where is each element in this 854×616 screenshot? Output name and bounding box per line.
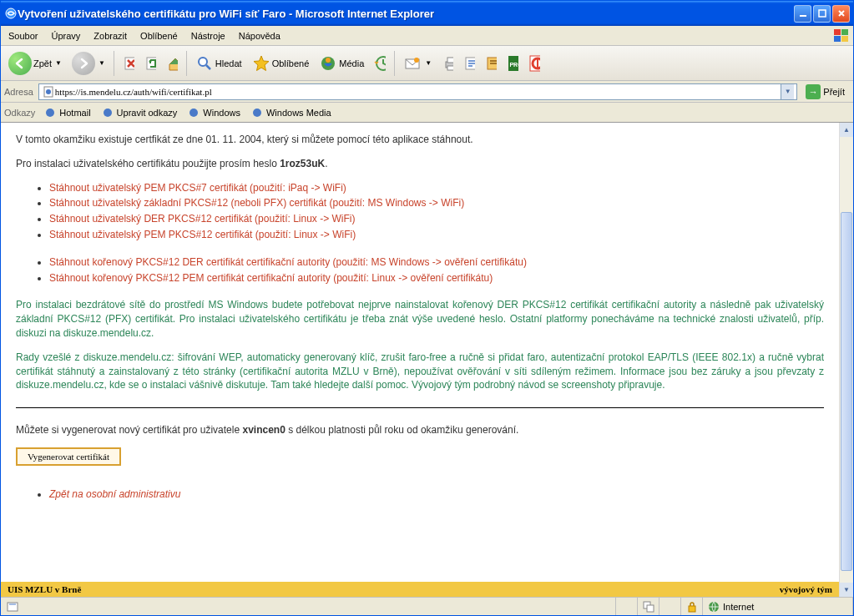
download-der-pkcs12[interactable]: Stáhnout uživatelský DER PKCS#12 certifi… <box>49 213 355 225</box>
menu-file[interactable]: Soubor <box>2 28 44 43</box>
scroll-up-button[interactable]: ▲ <box>840 123 853 137</box>
menu-view[interactable]: Zobrazit <box>87 28 134 43</box>
svg-rect-1 <box>800 15 806 17</box>
address-bar: Adresa ▼ → Přejít <box>1 81 853 103</box>
cert-password: 1roz53uK <box>280 158 325 169</box>
done-icon <box>6 600 19 613</box>
generate-username: xvincen0 <box>242 424 285 436</box>
stop-button[interactable] <box>119 53 139 73</box>
address-dropdown-button[interactable]: ▼ <box>781 84 794 99</box>
page-footer: UIS MZLU v Brně vývojový tým <box>1 582 839 597</box>
maximize-button[interactable] <box>813 5 831 23</box>
menu-edit[interactable]: Úpravy <box>44 28 87 43</box>
download-root-der[interactable]: Stáhnout kořenový PKCS#12 DER certifikát… <box>49 256 527 268</box>
popup-icon <box>643 601 654 613</box>
toolbar: Zpět ▼ ▼ Hledat Oblíbené Média ▼ PRO <box>1 46 853 81</box>
svg-rect-2 <box>819 10 826 17</box>
minimize-button[interactable] <box>794 5 811 23</box>
svg-point-26 <box>46 89 51 94</box>
search-icon <box>195 54 214 73</box>
svg-rect-16 <box>447 58 453 63</box>
ie-icon <box>4 7 18 20</box>
link-edit-links[interactable]: Upravit odkazy <box>99 104 179 121</box>
edit-button[interactable] <box>459 53 479 73</box>
cert-exists-text: V tomto okamžiku existuje certfikát ze d… <box>16 134 473 145</box>
menubar: Soubor Úpravy Zobrazit Oblíbené Nástroje… <box>1 26 853 46</box>
page-icon <box>42 85 55 98</box>
status-pane-3 <box>659 598 681 615</box>
media-button[interactable]: Média <box>315 52 368 75</box>
go-button[interactable]: → Přejít <box>801 83 850 101</box>
status-main <box>1 598 616 615</box>
lock-icon <box>687 601 697 613</box>
status-pane-lock <box>681 598 703 615</box>
vertical-scrollbar[interactable]: ▲ ▼ <box>839 123 853 597</box>
links-label: Odkazy <box>4 108 35 118</box>
svg-point-14 <box>414 58 419 63</box>
menu-tools[interactable]: Nástroje <box>184 28 232 43</box>
download-pkcs12-pfx[interactable]: Stáhnout uživatelský základní PKCS#12 (n… <box>49 197 464 209</box>
chevron-down-icon: ▼ <box>425 59 432 67</box>
back-button[interactable]: Zpět ▼ <box>4 49 66 78</box>
download-pem-pkcs7[interactable]: Stáhnout uživatelský PEM PKCS#7 certifik… <box>49 182 346 194</box>
star-icon <box>252 54 270 73</box>
link-windows[interactable]: Windows <box>185 104 242 121</box>
menu-favorites[interactable]: Oblíbené <box>134 28 184 43</box>
svg-rect-4 <box>841 29 848 35</box>
svg-rect-6 <box>841 36 848 42</box>
back-to-admin-link[interactable]: Zpět na osobní administrativu <box>49 488 180 500</box>
mail-button[interactable]: ▼ <box>399 52 436 75</box>
discuss-button[interactable] <box>481 53 501 73</box>
link-hotmail[interactable]: Hotmail <box>42 104 92 121</box>
install-notes-1: Pro instalaci bezdrátové sítě do prostře… <box>16 298 824 340</box>
scroll-thumb[interactable] <box>841 212 852 571</box>
generate-cert-button[interactable]: Vygenerovat certifikát <box>16 447 121 466</box>
generate-text-pre: Můžete si vygenerovat nový certifikát pr… <box>16 424 242 436</box>
download-links-root: Stáhnout kořenový PKCS#12 DER certifikát… <box>49 255 824 285</box>
search-button[interactable]: Hledat <box>191 52 246 75</box>
address-input[interactable] <box>55 87 781 97</box>
scroll-down-button[interactable]: ▼ <box>840 583 853 597</box>
close-button[interactable] <box>832 5 850 23</box>
home-button[interactable] <box>162 53 182 73</box>
install-instruction-text: Pro instalaci uživatelského certifikátu … <box>16 158 280 169</box>
svg-point-29 <box>189 109 198 117</box>
footer-right: vývojový tým <box>780 584 832 594</box>
status-pane-2 <box>638 598 659 615</box>
svg-text:PRO: PRO <box>510 62 519 68</box>
favorites-button[interactable]: Oblíbené <box>248 52 314 75</box>
ext-button-1[interactable]: PRO <box>503 53 523 73</box>
chevron-down-icon: ▼ <box>55 59 62 67</box>
svg-point-11 <box>326 58 331 63</box>
chevron-down-icon: ▼ <box>99 59 105 67</box>
svg-point-30 <box>253 109 261 117</box>
refresh-button[interactable] <box>140 53 160 73</box>
generate-text-post: s délkou platnosti půl roku od okamžiku … <box>286 424 519 436</box>
go-arrow-icon: → <box>806 84 821 99</box>
download-root-pem[interactable]: Stáhnout kořenový PKCS#12 PEM certifikát… <box>49 272 493 284</box>
link-windows-media[interactable]: Windows Media <box>249 104 333 121</box>
page-content: V tomto okamžiku existuje certfikát ze d… <box>1 123 839 525</box>
svg-rect-17 <box>447 66 453 70</box>
download-links-user: Stáhnout uživatelský PEM PKCS#7 certifik… <box>49 181 824 242</box>
internet-zone-icon <box>708 601 720 613</box>
download-pem-pkcs12[interactable]: Stáhnout uživatelský PEM PKCS#12 certifi… <box>49 229 356 240</box>
svg-rect-3 <box>834 29 841 35</box>
menu-help[interactable]: Nápověda <box>232 28 287 43</box>
svg-rect-5 <box>834 36 841 42</box>
history-button[interactable] <box>370 53 390 73</box>
links-bar: Odkazy Hotmail Upravit odkazy Windows Wi… <box>1 103 853 123</box>
install-notes-2: Rady vzešlé z diskuze.mendelu.cz: šifrov… <box>16 351 824 392</box>
windows-flag-icon <box>833 28 850 43</box>
status-zone: Internet <box>703 598 853 615</box>
ext-button-2[interactable] <box>524 53 544 73</box>
separator <box>16 407 824 408</box>
media-icon <box>319 54 337 73</box>
svg-rect-24 <box>537 58 538 68</box>
print-button[interactable] <box>437 53 457 73</box>
window-title: Vytvoření uživatelského certifikátu pro … <box>18 8 794 20</box>
svg-point-27 <box>46 109 54 117</box>
forward-button[interactable]: ▼ <box>68 49 109 78</box>
status-bar: Internet <box>1 597 853 615</box>
svg-rect-33 <box>647 605 654 612</box>
